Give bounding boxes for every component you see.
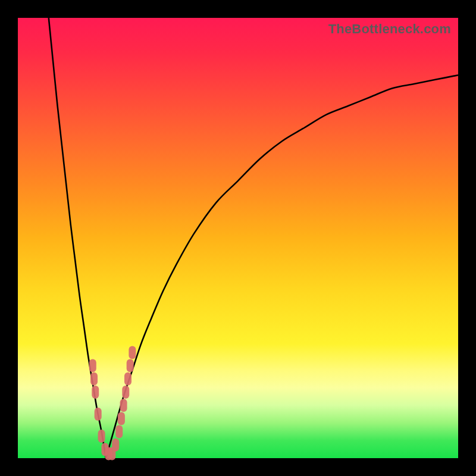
right-curve (106, 75, 458, 458)
curve-layer (18, 18, 458, 458)
marker-point (112, 439, 119, 452)
marker-point (89, 359, 96, 372)
marker-point (127, 359, 134, 372)
marker-point (115, 425, 123, 439)
plot-area: TheBottleneck.com (18, 18, 458, 458)
marker-point (120, 399, 127, 412)
marker-point (122, 386, 129, 399)
marker-point (118, 412, 125, 425)
marker-point (129, 346, 136, 359)
marker-point (95, 408, 102, 421)
chart-frame: TheBottleneck.com (0, 0, 476, 476)
marker-point (124, 372, 131, 386)
marker-point (92, 386, 99, 399)
marker-point (98, 430, 105, 443)
marker-point (90, 372, 98, 386)
